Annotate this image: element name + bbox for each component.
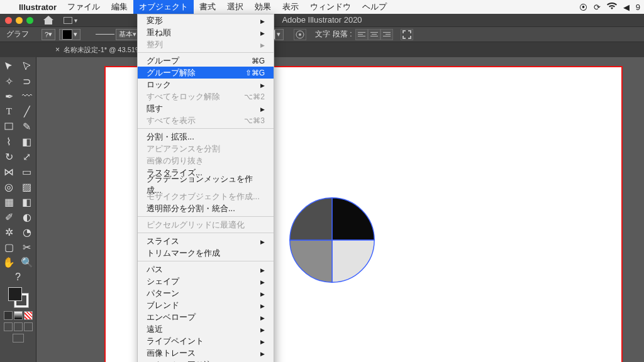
menu-item[interactable]: 画像トレース bbox=[138, 347, 274, 359]
record-icon[interactable]: ⦿ bbox=[579, 3, 587, 12]
pen-tool-icon[interactable]: ✒ bbox=[0, 89, 18, 104]
color-mode-row bbox=[0, 311, 36, 320]
minimize-window[interactable] bbox=[16, 17, 23, 24]
recolor-art-icon[interactable] bbox=[294, 29, 306, 40]
pie-chart[interactable] bbox=[288, 196, 376, 284]
perspective-icon[interactable]: ▨ bbox=[18, 179, 36, 194]
menu-item[interactable]: 重ね順 bbox=[138, 26, 274, 38]
fill-swatch[interactable]: ▾ bbox=[59, 29, 80, 40]
workspace-switcher[interactable]: ▾ bbox=[64, 17, 77, 24]
toolbox-help-icon[interactable]: ? bbox=[0, 270, 36, 285]
menu-item[interactable]: パス bbox=[138, 263, 274, 275]
mesh-tool-icon[interactable]: ▦ bbox=[0, 194, 18, 209]
rectangle-tool-icon[interactable] bbox=[0, 119, 18, 134]
menu-item[interactable]: トリムマークを作成 bbox=[138, 247, 274, 259]
free-transform-icon[interactable]: ▭ bbox=[18, 164, 36, 179]
app-name[interactable]: Illustrator bbox=[14, 3, 62, 12]
mac-menubar: Illustrator ファイル 編集 オブジェクト 書式 選択 効果 表示 ウ… bbox=[0, 0, 644, 14]
menu-item[interactable]: テキストの回り込み bbox=[138, 359, 274, 362]
curvature-tool-icon[interactable]: 〰 bbox=[18, 89, 36, 104]
gradient-mode-icon[interactable] bbox=[14, 311, 23, 320]
menu-item[interactable]: ロック bbox=[138, 79, 274, 90]
document-tabs: × 名称未設定-1* @ 43.51% (CM bbox=[0, 42, 644, 57]
artboard-tool-icon[interactable]: ▢ bbox=[0, 239, 18, 255]
menu-help[interactable]: ヘルプ bbox=[357, 0, 392, 14]
brush-tool-icon[interactable]: ✎ bbox=[18, 119, 36, 134]
fill-swatch-icon[interactable] bbox=[8, 287, 22, 301]
menu-item: モザイクオブジェクトを作成... bbox=[138, 190, 274, 202]
zoom-tool-icon[interactable]: 🔍 bbox=[18, 255, 36, 270]
menu-select[interactable]: 選択 bbox=[221, 0, 249, 14]
menu-item[interactable]: グループ解除⇧⌘G bbox=[138, 67, 274, 79]
zoom-window[interactable] bbox=[26, 17, 33, 24]
screen-mode-icon[interactable] bbox=[13, 334, 24, 343]
menu-item[interactable]: 透明部分を分割・統合... bbox=[138, 202, 274, 214]
svg-rect-2 bbox=[5, 123, 13, 129]
close-window[interactable] bbox=[5, 17, 12, 24]
line-tool-icon[interactable]: ╱ bbox=[18, 104, 36, 119]
graph-tool-icon[interactable]: ◔ bbox=[18, 224, 36, 239]
menu-type[interactable]: 書式 bbox=[194, 0, 221, 14]
lasso-icon[interactable]: ⊃ bbox=[18, 74, 36, 89]
type-tool-icon[interactable]: T bbox=[0, 104, 18, 119]
close-tab-icon[interactable]: × bbox=[55, 45, 60, 54]
direct-selection-tool-icon[interactable] bbox=[18, 58, 36, 74]
brush-def[interactable]: 基本▾ bbox=[116, 29, 140, 40]
sync-icon[interactable]: ⟳ bbox=[594, 3, 601, 12]
gradient-tool-icon[interactable]: ◧ bbox=[18, 194, 36, 209]
align-right-icon[interactable] bbox=[380, 29, 393, 40]
menu-item[interactable]: 遠近 bbox=[138, 323, 274, 335]
char-para-label: 文字 段落 : bbox=[315, 29, 352, 40]
home-icon[interactable] bbox=[43, 16, 53, 25]
object-menu-dropdown[interactable]: 変形重ね順整列グループ⌘Gグループ解除⇧⌘Gロックすべてをロック解除⌥⌘2隠すす… bbox=[137, 14, 274, 362]
canvas-area[interactable] bbox=[36, 57, 644, 362]
menu-edit[interactable]: 編集 bbox=[106, 0, 133, 14]
menu-item[interactable]: スライス bbox=[138, 235, 274, 247]
rotate-tool-icon[interactable]: ↻ bbox=[0, 149, 18, 164]
align-left-icon[interactable] bbox=[355, 29, 368, 40]
slice-tool-icon[interactable]: ✂ bbox=[18, 239, 36, 255]
menu-view[interactable]: 表示 bbox=[277, 0, 304, 14]
menu-item[interactable]: 変形 bbox=[138, 14, 274, 26]
eyedropper-icon[interactable]: ✐ bbox=[0, 209, 18, 224]
magic-wand-icon[interactable]: ✧ bbox=[0, 74, 18, 89]
menu-item[interactable]: グループ⌘G bbox=[138, 55, 274, 67]
volume-icon[interactable]: ◀ bbox=[623, 3, 630, 12]
draw-behind-icon[interactable] bbox=[14, 322, 23, 331]
align-center-icon[interactable] bbox=[368, 29, 380, 40]
width-tool-icon[interactable]: ⋈ bbox=[0, 164, 18, 179]
menu-item: 整列 bbox=[138, 38, 274, 50]
symbol-spray-icon[interactable]: ✲ bbox=[0, 224, 18, 239]
menubar-status: ⦿ ⟳ ◀ 9 bbox=[579, 3, 644, 12]
selection-tool-icon[interactable] bbox=[0, 58, 18, 74]
menu-item[interactable]: 分割・拡張... bbox=[138, 131, 274, 143]
isolate-icon[interactable] bbox=[401, 29, 413, 40]
menu-item[interactable]: エンベロープ bbox=[138, 311, 274, 323]
hand-tool-icon[interactable]: ✋ bbox=[0, 255, 18, 270]
draw-inside-icon[interactable] bbox=[24, 322, 33, 331]
color-mode-icon[interactable] bbox=[4, 311, 13, 320]
none-mode-icon[interactable] bbox=[24, 311, 33, 320]
menu-window[interactable]: ウィンドウ bbox=[304, 0, 357, 14]
menu-item[interactable]: シェイプ bbox=[138, 275, 274, 287]
menu-item[interactable]: ライブペイント bbox=[138, 335, 274, 347]
menu-effect[interactable]: 効果 bbox=[249, 0, 277, 14]
menu-item[interactable]: 隠す bbox=[138, 102, 274, 114]
menu-item: すべてをロック解除⌥⌘2 bbox=[138, 90, 274, 102]
scale-tool-icon[interactable]: ⤢ bbox=[18, 149, 36, 164]
draw-normal-icon[interactable] bbox=[4, 322, 13, 331]
menu-object[interactable]: オブジェクト bbox=[133, 0, 194, 14]
blend-tool-icon[interactable]: ◐ bbox=[18, 209, 36, 224]
eraser-tool-icon[interactable]: ◧ bbox=[18, 134, 36, 149]
fill-stroke-control[interactable] bbox=[8, 287, 28, 307]
shaper-tool-icon[interactable]: ⌇ bbox=[0, 134, 18, 149]
menu-item[interactable]: ブレンド bbox=[138, 299, 274, 311]
wifi-icon[interactable] bbox=[607, 3, 617, 12]
help-box[interactable]: ?▾ bbox=[42, 29, 55, 40]
menu-item[interactable]: パターン bbox=[138, 287, 274, 299]
menu-item[interactable]: グラデーションメッシュを作成... bbox=[138, 178, 274, 190]
stroke-weight-line bbox=[96, 34, 114, 35]
menu-file[interactable]: ファイル bbox=[62, 0, 106, 14]
paragraph-align-group bbox=[355, 29, 393, 40]
shape-builder-icon[interactable]: ◎ bbox=[0, 179, 18, 194]
